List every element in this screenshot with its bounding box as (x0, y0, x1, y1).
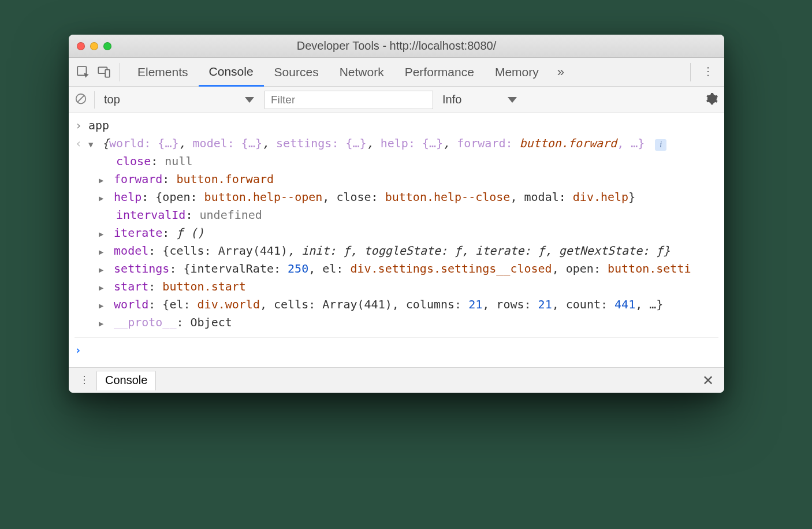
titlebar: Developer Tools - http://localhost:8080/ (69, 35, 724, 58)
prop-forward[interactable]: ▶ forward: button.forward (75, 170, 718, 188)
devtools-menu-button[interactable]: ⋯ (702, 61, 716, 83)
prop-model[interactable]: ▶ model: {cells: Array(441), init: ƒ, to… (75, 242, 718, 260)
console-input-echo: › app (75, 117, 718, 135)
close-window-button[interactable] (77, 42, 85, 50)
console-output: › app ‹ ▼ {world: {…}, model: {…}, setti… (69, 113, 724, 367)
filter-input[interactable] (265, 91, 433, 109)
expand-triangle-icon[interactable]: ▶ (99, 174, 107, 187)
traffic-lights (77, 42, 111, 50)
prop-proto[interactable]: ▶ __proto__: Object (75, 314, 718, 331)
prompt-caret-icon: › (75, 341, 81, 359)
console-prompt[interactable]: › (75, 337, 718, 359)
clear-console-icon[interactable] (75, 92, 87, 107)
close-drawer-button[interactable]: ✕ (699, 372, 717, 389)
tabbar-divider (120, 63, 120, 81)
tab-console[interactable]: Console (199, 58, 264, 87)
window-title: Developer Tools - http://localhost:8080/ (69, 39, 724, 53)
expand-triangle-icon[interactable]: ▶ (99, 300, 107, 312)
chevron-down-icon (245, 97, 254, 103)
tab-network[interactable]: Network (329, 58, 394, 86)
drawer-menu-button[interactable]: ⋯ (79, 371, 91, 390)
input-text: app (88, 117, 109, 135)
minimize-window-button[interactable] (90, 42, 98, 50)
context-label: top (104, 93, 120, 106)
console-filterbar: top Info (69, 87, 724, 113)
prop-world[interactable]: ▶ world: {el: div.world, cells: Array(44… (75, 296, 718, 314)
drawer-bar: ⋯ Console ✕ (69, 367, 724, 393)
expand-triangle-icon[interactable]: ▶ (99, 246, 107, 259)
prop-start[interactable]: ▶ start: button.start (75, 278, 718, 296)
svg-line-4 (78, 95, 84, 102)
prop-help[interactable]: ▶ help: {open: button.help--open, close:… (75, 188, 718, 206)
drawer-tab-console[interactable]: Console (96, 371, 156, 390)
devtools-tabbar: Elements Console Sources Network Perform… (69, 58, 724, 87)
prop-close[interactable]: close: null (75, 152, 718, 170)
expand-triangle-icon[interactable]: ▶ (99, 228, 107, 241)
tabbar-divider-right (690, 63, 691, 81)
expand-triangle-icon[interactable]: ▶ (99, 192, 107, 205)
prop-iterate[interactable]: ▶ iterate: ƒ () (75, 224, 718, 242)
prop-intervalid[interactable]: intervalId: undefined (75, 206, 718, 224)
expand-triangle-icon[interactable]: ▶ (99, 264, 107, 277)
tab-elements[interactable]: Elements (127, 58, 199, 86)
devtools-window: Developer Tools - http://localhost:8080/… (69, 35, 724, 393)
prop-settings[interactable]: ▶ settings: {intervalRate: 250, el: div.… (75, 260, 718, 278)
expand-triangle-icon[interactable]: ▶ (99, 318, 107, 330)
tabs-overflow-button[interactable]: » (549, 65, 572, 80)
zoom-window-button[interactable] (103, 42, 111, 50)
tab-sources[interactable]: Sources (264, 58, 329, 86)
filterbar-divider (94, 91, 95, 109)
console-return-summary[interactable]: ‹ ▼ {world: {…}, model: {…}, settings: {… (75, 135, 718, 152)
execution-context-select[interactable]: top (102, 93, 258, 106)
expand-triangle-icon[interactable]: ▶ (99, 282, 107, 295)
info-badge-icon[interactable]: i (655, 139, 666, 151)
log-level-select[interactable]: Info (442, 93, 517, 106)
console-settings-icon[interactable] (706, 92, 718, 107)
expand-triangle-icon[interactable]: ▼ (88, 139, 96, 151)
inspect-icon[interactable] (76, 65, 91, 80)
chevron-down-icon (508, 97, 517, 103)
tab-performance[interactable]: Performance (394, 58, 485, 86)
tab-memory[interactable]: Memory (485, 58, 549, 86)
device-toggle-icon[interactable] (96, 65, 111, 80)
object-summary: {world: {…}, model: {…}, settings: {…}, … (102, 135, 645, 152)
svg-rect-2 (105, 69, 110, 77)
input-caret-icon: › (75, 117, 83, 134)
return-caret-icon: ‹ (75, 135, 83, 152)
level-label: Info (442, 93, 461, 106)
